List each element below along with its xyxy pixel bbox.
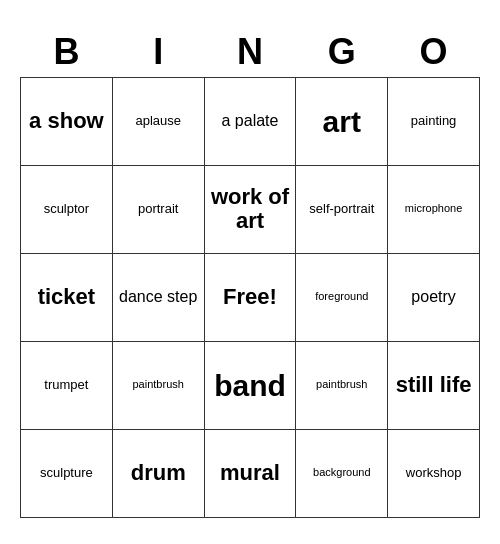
header-i: I — [112, 27, 204, 78]
list-item: dance step — [112, 253, 204, 341]
list-item: sculptor — [21, 165, 113, 253]
list-item: Free! — [204, 253, 296, 341]
cell-text: paintbrush — [300, 346, 383, 425]
list-item: mural — [204, 429, 296, 517]
header-row: B I N G O — [21, 27, 480, 78]
list-item: art — [296, 77, 388, 165]
cell-text: background — [300, 434, 383, 513]
cell-text: microphone — [392, 170, 475, 249]
cell-text: ticket — [25, 258, 108, 337]
table-row: a showaplausea palateartpainting — [21, 77, 480, 165]
cell-text: sculptor — [25, 170, 108, 249]
list-item: a show — [21, 77, 113, 165]
cell-text: portrait — [117, 170, 200, 249]
cell-text: aplause — [117, 82, 200, 161]
list-item: background — [296, 429, 388, 517]
list-item: trumpet — [21, 341, 113, 429]
bingo-table: B I N G O a showaplausea palateartpainti… — [20, 27, 480, 518]
table-row: sculpturedrummuralbackgroundworkshop — [21, 429, 480, 517]
bingo-card: B I N G O a showaplausea palateartpainti… — [10, 17, 490, 528]
cell-text: painting — [392, 82, 475, 161]
cell-text: foreground — [300, 258, 383, 337]
cell-text: work of art — [209, 170, 292, 249]
cell-text: art — [300, 82, 383, 161]
list-item: self-portrait — [296, 165, 388, 253]
cell-text: a show — [25, 82, 108, 161]
list-item: a palate — [204, 77, 296, 165]
cell-text: drum — [117, 434, 200, 513]
cell-text: workshop — [392, 434, 475, 513]
list-item: painting — [388, 77, 480, 165]
table-row: sculptorportraitwork of artself-portrait… — [21, 165, 480, 253]
header-n: N — [204, 27, 296, 78]
cell-text: paintbrush — [117, 346, 200, 425]
cell-text: self-portrait — [300, 170, 383, 249]
list-item: work of art — [204, 165, 296, 253]
header-o: O — [388, 27, 480, 78]
list-item: poetry — [388, 253, 480, 341]
cell-text: Free! — [209, 258, 292, 337]
cell-text: poetry — [392, 258, 475, 337]
cell-text: sculpture — [25, 434, 108, 513]
list-item: paintbrush — [112, 341, 204, 429]
cell-text: mural — [209, 434, 292, 513]
list-item: aplause — [112, 77, 204, 165]
list-item: workshop — [388, 429, 480, 517]
header-b: B — [21, 27, 113, 78]
table-row: trumpetpaintbrushbandpaintbrushstill lif… — [21, 341, 480, 429]
cell-text: still life — [392, 346, 475, 425]
cell-text: trumpet — [25, 346, 108, 425]
cell-text: band — [209, 346, 292, 425]
list-item: foreground — [296, 253, 388, 341]
bingo-body: a showaplausea palateartpaintingsculptor… — [21, 77, 480, 517]
table-row: ticketdance stepFree!foregroundpoetry — [21, 253, 480, 341]
header-g: G — [296, 27, 388, 78]
list-item: paintbrush — [296, 341, 388, 429]
list-item: microphone — [388, 165, 480, 253]
cell-text: dance step — [117, 258, 200, 337]
list-item: ticket — [21, 253, 113, 341]
list-item: still life — [388, 341, 480, 429]
list-item: sculpture — [21, 429, 113, 517]
list-item: portrait — [112, 165, 204, 253]
cell-text: a palate — [209, 82, 292, 161]
list-item: band — [204, 341, 296, 429]
list-item: drum — [112, 429, 204, 517]
